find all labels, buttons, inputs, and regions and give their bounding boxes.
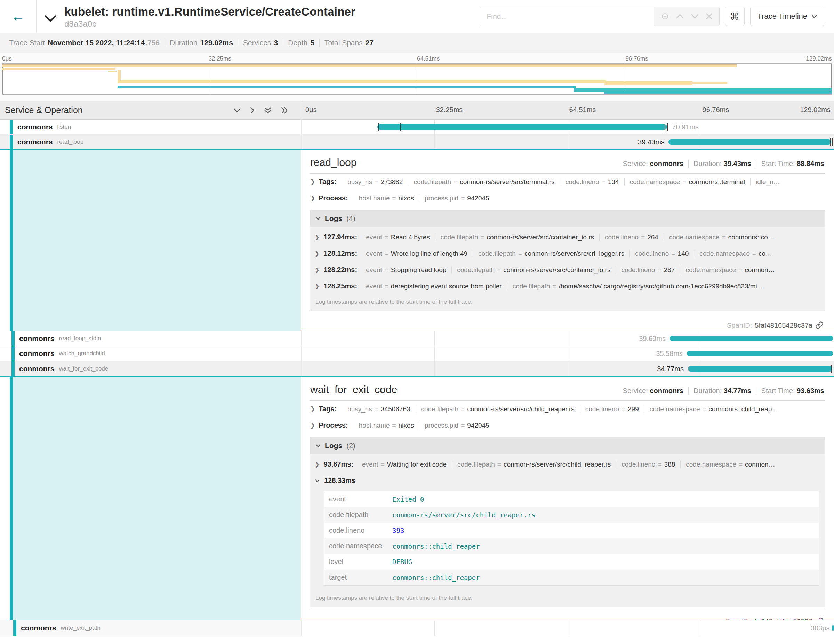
service-accent <box>10 120 13 134</box>
minimap-gridline <box>210 64 210 94</box>
table-row: code.lineno 393 <box>324 523 819 538</box>
minimap-span-bar <box>2 68 115 70</box>
minimap-tick-labels: 0μs 32.25ms 64.51ms 96.76ms 129.02ms <box>0 54 834 63</box>
target-icon[interactable] <box>661 12 669 21</box>
minimap-gridline <box>417 64 417 94</box>
span-bar[interactable] <box>688 366 832 372</box>
trace-total-spans: Total Spans27 <box>319 39 378 47</box>
span-bar[interactable] <box>687 351 833 356</box>
span-service: conmonrs <box>19 334 55 343</box>
minimap-span-bar <box>692 82 727 84</box>
expand-one-icon[interactable] <box>250 107 255 114</box>
log-row[interactable]: ❯ 128.12ms: event=Wrote log line of leng… <box>310 245 824 262</box>
service-accent <box>10 135 13 149</box>
chevron-right-icon: ❯ <box>315 267 319 273</box>
logs-footnote: Log timestamps are relative to the start… <box>310 294 824 309</box>
log-row[interactable]: ❯ 127.94ms: event=Read 4 bytes code.file… <box>310 229 824 245</box>
log-tick <box>667 123 668 131</box>
logs-box: Logs (4) ❯ 127.94ms: event=Read 4 bytes … <box>310 210 825 311</box>
collapse-all-icon[interactable] <box>233 108 241 113</box>
chevron-down-icon <box>315 217 321 220</box>
process-row[interactable]: ❯ Process: host.name=nixos process.pid=9… <box>310 417 825 434</box>
span-bar[interactable] <box>668 139 832 145</box>
tags-row[interactable]: ❯ Tags: busy_ns=273882 code.filepath=con… <box>310 174 825 190</box>
next-match-icon[interactable] <box>691 14 699 19</box>
expand-collapse-controls <box>233 107 296 114</box>
page-title: kubelet: runtime.v1.RuntimeService/Creat… <box>64 5 356 18</box>
span-row-watch-grandchild[interactable]: conmonrs watch_grandchild 35.58ms <box>0 346 834 361</box>
span-operation: read_loop <box>57 139 84 146</box>
collapse-deep-icon[interactable] <box>264 107 272 114</box>
collapse-trace-button[interactable] <box>37 10 64 22</box>
service-accent <box>13 620 16 636</box>
prev-match-icon[interactable] <box>676 14 684 19</box>
span-row-read-loop[interactable]: conmonrs read_loop 39.43ms <box>0 135 834 150</box>
span-bar[interactable] <box>670 336 833 341</box>
trace-summary-bar: Trace Start November 15 2022, 11:24:14.7… <box>0 33 834 53</box>
table-row: event Exited 0 <box>324 491 819 507</box>
keyboard-shortcuts-button[interactable]: ⌘ <box>725 6 745 26</box>
minimap-span-bar <box>574 88 832 92</box>
span-duration: 70.91ms <box>672 123 699 131</box>
trace-view: ← kubelet: runtime.v1.RuntimeService/Cre… <box>0 0 834 644</box>
chevron-right-icon: ❯ <box>310 405 315 413</box>
service-accent <box>10 150 13 331</box>
span-row-wait-for-exit-code[interactable]: conmonrs wait_for_exit_code 34.77ms <box>0 361 834 377</box>
trace-id: d8a3a0c <box>64 19 356 29</box>
minimap-span-bar <box>604 92 832 94</box>
minimap-canvas[interactable] <box>2 63 832 95</box>
clear-find-icon[interactable] <box>706 13 713 20</box>
detail-gutter <box>0 377 301 620</box>
trace-depth: Depth5 <box>283 39 319 47</box>
table-row: level DEBUG <box>324 554 819 570</box>
command-icon: ⌘ <box>730 11 740 22</box>
detail-title: read_loop <box>310 157 357 168</box>
span-operation: read_loop_stdin <box>59 335 101 342</box>
tags-row[interactable]: ❯ Tags: busy_ns=34506763 code.filepath=c… <box>310 401 825 417</box>
back-arrow-icon: ← <box>11 10 25 23</box>
log-row[interactable]: ❯ 128.22ms: event=Stopping read loop cod… <box>310 262 824 278</box>
log-row-expanded[interactable]: 128.33ms <box>310 472 824 489</box>
view-selector[interactable]: Trace Timeline <box>750 6 824 26</box>
span-operation: listen <box>57 123 71 131</box>
logs-body: ❯ 127.94ms: event=Read 4 bytes code.file… <box>310 227 824 311</box>
expand-all-icon[interactable] <box>281 107 288 114</box>
service-accent <box>11 331 15 346</box>
log-row[interactable]: ❯ 93.87ms: event=Waiting for exit code c… <box>310 456 824 472</box>
timeline-grid-header: Service & Operation 0μs 32.25ms 64.51ms … <box>0 101 834 120</box>
span-service: conmonrs <box>18 123 53 131</box>
log-tick <box>832 138 832 146</box>
table-row: target conmonrs::child_reaper <box>324 570 819 585</box>
chevron-right-icon: ❯ <box>310 194 315 202</box>
chevron-down-icon <box>315 444 321 447</box>
logs-header[interactable]: Logs (2) <box>310 437 824 454</box>
log-fields-table: event Exited 0 code.filepath conmon-rs/s… <box>324 491 819 586</box>
span-row-listen[interactable]: conmonrs listen 70.91ms <box>0 120 834 135</box>
span-bar[interactable] <box>377 124 667 130</box>
log-tick <box>831 365 832 373</box>
span-row-write-exit-path[interactable]: conmonrs write_exit_path 303μs <box>0 620 834 636</box>
detail-title: wait_for_exit_code <box>310 384 397 396</box>
span-service: conmonrs <box>21 624 57 632</box>
back-button[interactable]: ← <box>0 0 37 33</box>
detail-gutter-fill <box>13 377 301 620</box>
find-group <box>480 6 719 26</box>
span-row-read-loop-stdin[interactable]: conmonrs read_loop_stdin 39.69ms <box>0 331 834 346</box>
span-duration: 39.69ms <box>639 335 666 343</box>
logs-box: Logs (2) ❯ 93.87ms: event=Waiting for ex… <box>310 437 825 607</box>
detail-gutter-fill <box>13 150 301 331</box>
copy-link-icon[interactable] <box>815 321 824 330</box>
chevron-right-icon: ❯ <box>315 234 319 240</box>
trace-services: Services3 <box>238 39 283 47</box>
span-detail-wait-for-exit-code: wait_for_exit_code Service: conmonrs Dur… <box>0 377 834 620</box>
span-bar[interactable] <box>832 625 834 631</box>
trace-start: Trace Start November 15 2022, 11:24:14.7… <box>4 39 165 47</box>
span-detail-read-loop: read_loop Service: conmonrs Duration: 39… <box>0 150 834 331</box>
span-operation: write_exit_path <box>61 625 100 631</box>
log-row[interactable]: ❯ 128.25ms: event=deregistering event so… <box>310 278 824 294</box>
find-controls <box>654 7 719 26</box>
find-input[interactable] <box>480 7 654 26</box>
process-row[interactable]: ❯ Process: host.name=nixos process.pid=9… <box>310 190 825 206</box>
logs-header[interactable]: Logs (4) <box>310 210 824 227</box>
minimap-span-bar <box>2 65 737 68</box>
